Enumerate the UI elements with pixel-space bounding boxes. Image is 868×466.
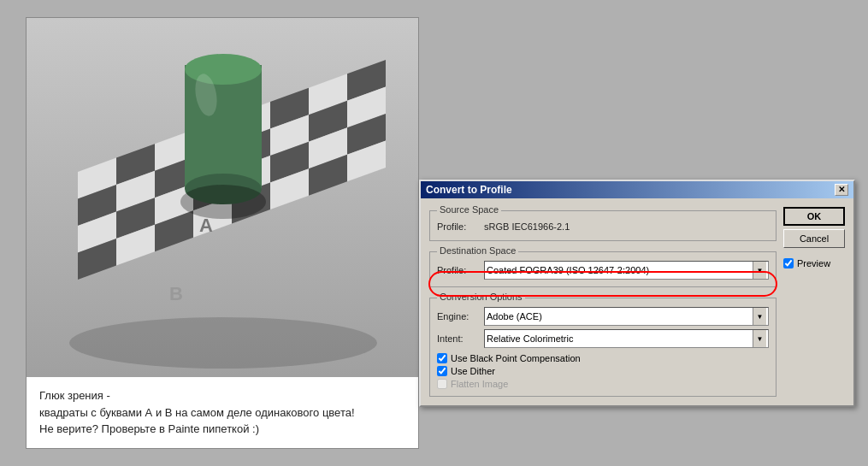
checkboxes-area: Use Black Point Compensation Use Dither … xyxy=(437,353,769,389)
engine-dropdown[interactable]: Adobe (ACE) ▼ xyxy=(484,307,769,326)
black-point-input[interactable] xyxy=(437,353,447,363)
intent-dropdown[interactable]: Relative Colorimetric ▼ xyxy=(484,329,769,348)
dither-label: Use Dither xyxy=(451,366,495,376)
caption-line1: Глюк зрения - xyxy=(39,387,355,404)
image-panel: A B Глюк зрения - квадраты с буквами А и… xyxy=(26,17,419,449)
conversion-options-label: Conversion Options xyxy=(437,292,525,302)
ok-button[interactable]: OK xyxy=(783,207,845,226)
conversion-options-group: Conversion Options Engine: Adobe (ACE) ▼… xyxy=(429,298,776,397)
caption-line3: Не верите? Проверьте в Painte пипеткой :… xyxy=(39,421,355,438)
source-space-label: Source Space xyxy=(437,204,501,215)
dialog-columns: Source Space Profile: sRGB IEC61966-2.1 … xyxy=(429,205,845,397)
source-profile-value: sRGB IEC61966-2.1 xyxy=(484,220,570,233)
cancel-button[interactable]: Cancel xyxy=(783,229,845,248)
dither-checkbox[interactable]: Use Dither xyxy=(437,366,769,376)
source-space-group: Source Space Profile: sRGB IEC61966-2.1 xyxy=(429,210,776,241)
engine-label: Engine: xyxy=(437,311,484,321)
destination-profile-label: Profile: xyxy=(437,265,484,275)
preview-input[interactable] xyxy=(783,258,794,268)
intent-label: Intent: xyxy=(437,333,484,344)
letter-b: B xyxy=(169,283,183,304)
svg-point-1 xyxy=(69,317,377,369)
image-caption: Глюк зрения - квадраты с буквами А и В н… xyxy=(27,377,368,448)
flatten-checkbox[interactable]: Flatten Image xyxy=(437,379,769,389)
convert-to-profile-dialog: Convert to Profile ✕ Source Space Profil… xyxy=(419,180,855,407)
destination-space-group: Destination Space Profile: Coated FOGRA3… xyxy=(429,251,776,287)
dialog-body: Source Space Profile: sRGB IEC61966-2.1 … xyxy=(421,198,853,405)
dialog-left: Source Space Profile: sRGB IEC61966-2.1 … xyxy=(429,205,776,397)
intent-row: Intent: Relative Colorimetric ▼ xyxy=(437,329,769,348)
dialog-right: OK Cancel Preview xyxy=(783,205,845,397)
intent-value: Relative Colorimetric xyxy=(487,333,753,344)
source-profile-row: Profile: sRGB IEC61966-2.1 xyxy=(437,220,769,233)
engine-value: Adobe (ACE) xyxy=(487,311,753,321)
preview-checkbox[interactable]: Preview xyxy=(783,258,845,268)
engine-row: Engine: Adobe (ACE) ▼ xyxy=(437,307,769,326)
destination-profile-row: Profile: Coated FOGRA39 (ISO 12647-2:200… xyxy=(437,261,769,280)
flatten-input xyxy=(437,379,447,389)
checkerboard-svg: A B xyxy=(27,18,418,377)
preview-label: Preview xyxy=(797,258,830,268)
black-point-label: Use Black Point Compensation xyxy=(451,353,581,363)
dither-input[interactable] xyxy=(437,366,447,376)
engine-dropdown-arrow-icon[interactable]: ▼ xyxy=(753,308,766,325)
source-profile-label: Profile: xyxy=(437,221,484,232)
svg-point-38 xyxy=(180,185,266,219)
checkerboard-scene: A B xyxy=(27,18,418,377)
preview-row: Preview xyxy=(783,258,845,268)
intent-dropdown-arrow-icon[interactable]: ▼ xyxy=(753,330,766,347)
flatten-label: Flatten Image xyxy=(451,379,508,389)
caption-line2: квадраты с буквами А и В на самом деле о… xyxy=(39,404,355,422)
destination-profile-value: Coated FOGRA39 (ISO 12647-2:2004) xyxy=(487,265,753,275)
svg-point-35 xyxy=(185,54,262,85)
dropdown-arrow-icon[interactable]: ▼ xyxy=(753,262,766,279)
destination-profile-dropdown[interactable]: Coated FOGRA39 (ISO 12647-2:2004) ▼ xyxy=(484,261,769,280)
destination-space-label: Destination Space xyxy=(437,245,518,256)
dialog-titlebar: Convert to Profile ✕ xyxy=(421,181,853,198)
dialog-title: Convert to Profile xyxy=(426,184,512,196)
black-point-checkbox[interactable]: Use Black Point Compensation xyxy=(437,353,769,363)
close-button[interactable]: ✕ xyxy=(835,184,848,196)
